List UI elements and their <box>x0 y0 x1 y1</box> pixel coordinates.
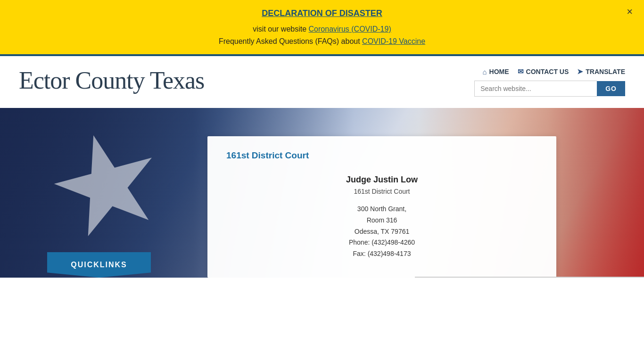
home-icon: ⌂ <box>482 68 487 76</box>
quicklinks-button[interactable]: QUICKLINKS <box>47 252 151 278</box>
site-header: Ector County Texas ⌂ HOME ✉ CONTACT US ➤… <box>0 56 644 108</box>
banner-faq-prefix: Frequently Asked Questions (FAQs) about <box>219 37 362 45</box>
mail-icon: ✉ <box>518 67 524 76</box>
close-banner-button[interactable]: × <box>627 7 633 17</box>
disaster-declaration-link[interactable]: DECLARATION OF DISASTER <box>28 8 616 18</box>
court-name-subtitle: 161st District Court <box>226 188 537 195</box>
covid-vaccine-link[interactable]: COVID-19 Vaccine <box>362 37 425 45</box>
phone-number: Phone: (432)498-4260 <box>226 237 537 248</box>
hero-section: 161st District Court Judge Justin Low 16… <box>0 108 644 278</box>
banner-covid-line: visit our website Coronavirus (COVID-19) <box>28 25 616 33</box>
coronavirus-link[interactable]: Coronavirus (COVID-19) <box>309 25 391 33</box>
search-bar: GO <box>474 81 625 97</box>
address-line1: 300 North Grant, <box>226 204 537 215</box>
banner-covid-prefix: visit our website <box>253 25 308 33</box>
address-line2: Room 316 <box>226 215 537 226</box>
banner-faq-line: Frequently Asked Questions (FAQs) about … <box>28 37 616 46</box>
court-title: 161st District Court <box>226 150 537 161</box>
announcement-banner: × DECLARATION OF DISASTER visit our webs… <box>0 0 644 56</box>
address-line3: Odessa, TX 79761 <box>226 226 537 238</box>
address-block: 300 North Grant, Room 316 Odessa, TX 797… <box>226 204 537 260</box>
content-card: 161st District Court Judge Justin Low 16… <box>207 136 556 278</box>
home-nav-label: HOME <box>489 68 509 75</box>
translate-icon: ➤ <box>577 67 583 76</box>
search-button[interactable]: GO <box>597 81 625 96</box>
fax-number: Fax: (432)498-4173 <box>226 248 537 260</box>
search-input[interactable] <box>474 81 597 97</box>
translate-nav-label: TRANSLATE <box>586 68 625 75</box>
card-bottom-rule <box>415 277 644 278</box>
contact-nav-link[interactable]: ✉ CONTACT US <box>518 67 569 76</box>
home-nav-link[interactable]: ⌂ HOME <box>482 68 509 76</box>
top-nav: ⌂ HOME ✉ CONTACT US ➤ TRANSLATE <box>482 67 625 76</box>
header-right: ⌂ HOME ✉ CONTACT US ➤ TRANSLATE GO <box>474 65 625 97</box>
site-title: Ector County Texas <box>19 66 204 94</box>
judge-name: Judge Justin Low <box>226 175 537 185</box>
contact-nav-label: CONTACT US <box>526 68 569 75</box>
translate-nav-link[interactable]: ➤ TRANSLATE <box>577 67 625 76</box>
